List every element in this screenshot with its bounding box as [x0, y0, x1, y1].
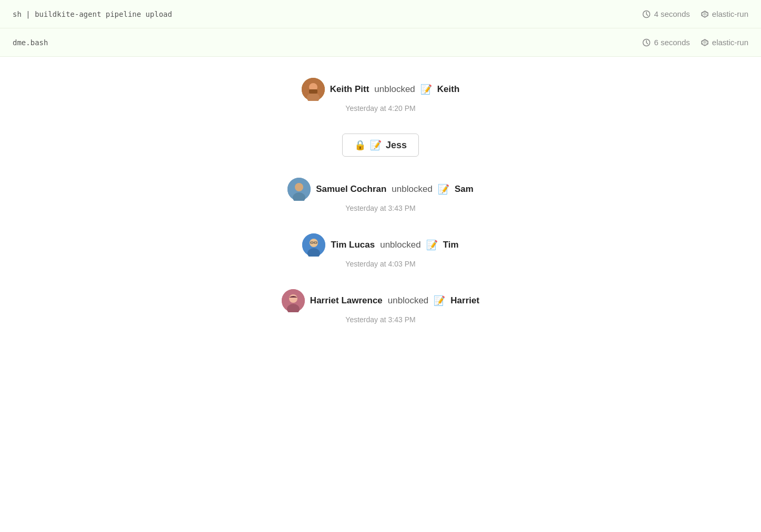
- step-emoji-1: 📝: [420, 84, 432, 95]
- command-text-2: dme.bash: [13, 38, 48, 47]
- action-text-4: unblocked: [388, 295, 429, 306]
- actor-name-4: Harriet Lawrence: [310, 295, 383, 306]
- step-emoji-4: 📝: [434, 295, 445, 306]
- blocked-step-button[interactable]: 🔒 📝 Jess: [342, 134, 419, 157]
- event-time-2: Yesterday at 3:43 PM: [345, 204, 415, 212]
- agent-info-1: elastic-run: [701, 9, 748, 18]
- event-main-2: Samuel Cochran unblocked 📝 Sam: [287, 178, 474, 201]
- step-name-2: Sam: [455, 184, 474, 195]
- event-time-1: Yesterday at 4:20 PM: [345, 104, 415, 112]
- duration-text-2: 6 seconds: [654, 38, 690, 47]
- event-item-3: Tim Lucas unblocked 📝 Tim Yesterday at 4…: [302, 233, 458, 268]
- agent-text-1: elastic-run: [712, 9, 748, 18]
- avatar-keith: [302, 78, 325, 101]
- lock-icon: 🔒: [354, 139, 366, 151]
- actor-name-1: Keith Pitt: [330, 84, 369, 95]
- clock-icon-1: [642, 10, 651, 18]
- action-text-2: unblocked: [392, 184, 433, 195]
- step-name-4: Harriet: [450, 295, 479, 306]
- blocked-memo-icon: 📝: [370, 139, 382, 151]
- event-item-1: Keith Pitt unblocked 📝 Keith Yesterday a…: [302, 78, 460, 112]
- duration-info-1: 4 seconds: [642, 9, 690, 18]
- events-section: Keith Pitt unblocked 📝 Keith Yesterday a…: [0, 57, 761, 345]
- event-time-4: Yesterday at 3:43 PM: [345, 315, 415, 324]
- pipeline-meta-1: 4 seconds elastic-run: [642, 9, 748, 18]
- duration-text-1: 4 seconds: [654, 9, 690, 18]
- avatar-harriet: [282, 289, 305, 312]
- pipeline-meta-2: 6 seconds elastic-run: [642, 38, 748, 47]
- agent-info-2: elastic-run: [701, 38, 748, 47]
- step-name-3: Tim: [443, 240, 459, 250]
- pipeline-command-2: dme.bash: [13, 38, 48, 47]
- event-main-4: Harriet Lawrence unblocked 📝 Harriet: [282, 289, 479, 312]
- event-item-4: Harriet Lawrence unblocked 📝 Harriet Yes…: [282, 289, 479, 324]
- cube-icon-1: [701, 10, 709, 18]
- actor-name-2: Samuel Cochran: [316, 184, 386, 195]
- action-text-3: unblocked: [380, 240, 421, 250]
- svg-point-15: [289, 294, 297, 303]
- pipeline-command-1: sh | buildkite-agent pipeline upload: [13, 10, 172, 18]
- cube-icon-2: [701, 38, 709, 47]
- action-text-1: unblocked: [374, 84, 415, 95]
- event-main-1: Keith Pitt unblocked 📝 Keith: [302, 78, 460, 101]
- event-item-2: Samuel Cochran unblocked 📝 Sam Yesterday…: [287, 178, 474, 212]
- event-main-3: Tim Lucas unblocked 📝 Tim: [302, 233, 458, 257]
- agent-text-2: elastic-run: [712, 38, 748, 47]
- blocked-step-container: 🔒 📝 Jess: [342, 134, 419, 157]
- pipeline-row-2: dme.bash 6 seconds elastic-run: [0, 28, 761, 57]
- step-emoji-2: 📝: [438, 183, 449, 195]
- avatar-samuel: [287, 178, 311, 201]
- svg-point-7: [295, 183, 303, 191]
- command-text-1: sh | buildkite-agent pipeline upload: [13, 10, 172, 18]
- step-name-1: Keith: [437, 84, 460, 95]
- event-time-3: Yesterday at 4:03 PM: [345, 260, 415, 268]
- blocked-step-label: Jess: [386, 140, 407, 151]
- pipeline-row-1: sh | buildkite-agent pipeline upload 4 s…: [0, 0, 761, 28]
- clock-icon-2: [642, 38, 651, 47]
- avatar-tim: [302, 233, 325, 257]
- actor-name-3: Tim Lucas: [331, 240, 375, 250]
- duration-info-2: 6 seconds: [642, 38, 690, 47]
- svg-rect-5: [309, 89, 317, 94]
- step-emoji-3: 📝: [426, 239, 438, 251]
